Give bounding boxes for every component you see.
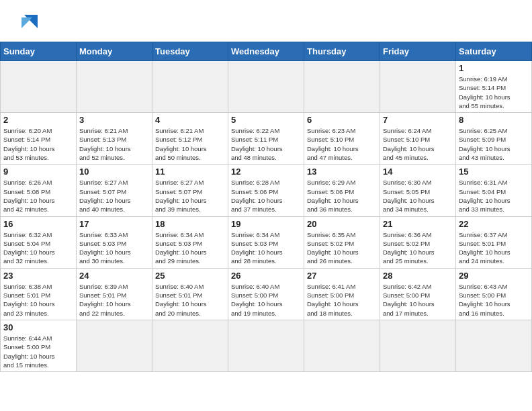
day-info: Sunrise: 6:30 AM Sunset: 5:05 PM Dayligh… <box>383 178 453 214</box>
day-info: Sunrise: 6:27 AM Sunset: 5:07 PM Dayligh… <box>79 178 149 214</box>
day-number: 27 <box>307 271 377 281</box>
day-number: 9 <box>3 167 73 177</box>
day-info: Sunrise: 6:33 AM Sunset: 5:03 PM Dayligh… <box>79 230 149 266</box>
calendar-day-cell <box>77 61 152 113</box>
day-info: Sunrise: 6:31 AM Sunset: 5:04 PM Dayligh… <box>459 178 529 214</box>
calendar-day-cell: 15Sunrise: 6:31 AM Sunset: 5:04 PM Dayli… <box>456 165 532 216</box>
calendar-day-cell: 24Sunrise: 6:39 AM Sunset: 5:01 PM Dayli… <box>77 268 152 320</box>
calendar-week-row: 1Sunrise: 6:19 AM Sunset: 5:14 PM Daylig… <box>1 61 532 113</box>
day-number: 1 <box>459 63 529 73</box>
calendar-table: SundayMondayTuesdayWednesdayThursdayFrid… <box>0 42 532 372</box>
day-number: 22 <box>459 219 529 229</box>
logo <box>16 12 40 34</box>
calendar-day-cell: 5Sunrise: 6:22 AM Sunset: 5:11 PM Daylig… <box>228 113 304 165</box>
day-number: 2 <box>3 115 73 125</box>
weekday-header: Monday <box>77 42 152 61</box>
day-number: 28 <box>383 271 453 281</box>
day-info: Sunrise: 6:44 AM Sunset: 5:00 PM Dayligh… <box>3 334 73 369</box>
day-number: 26 <box>231 271 301 281</box>
weekday-header: Saturday <box>456 42 532 61</box>
calendar-day-cell <box>1 61 77 113</box>
calendar-day-cell: 22Sunrise: 6:37 AM Sunset: 5:01 PM Dayli… <box>456 216 532 268</box>
calendar-day-cell: 28Sunrise: 6:42 AM Sunset: 5:00 PM Dayli… <box>380 268 456 320</box>
calendar-day-cell <box>77 320 152 371</box>
day-number: 24 <box>79 271 149 281</box>
calendar-day-cell <box>380 320 456 371</box>
day-number: 16 <box>3 219 73 229</box>
day-number: 12 <box>231 167 301 177</box>
calendar-day-cell: 19Sunrise: 6:34 AM Sunset: 5:03 PM Dayli… <box>228 216 304 268</box>
calendar-day-cell: 7Sunrise: 6:24 AM Sunset: 5:10 PM Daylig… <box>380 113 456 165</box>
day-number: 7 <box>383 115 453 125</box>
calendar-day-cell: 12Sunrise: 6:28 AM Sunset: 5:06 PM Dayli… <box>228 165 304 216</box>
day-info: Sunrise: 6:36 AM Sunset: 5:02 PM Dayligh… <box>383 230 453 266</box>
calendar-day-cell: 16Sunrise: 6:32 AM Sunset: 5:04 PM Dayli… <box>1 216 77 268</box>
day-number: 14 <box>383 167 453 177</box>
day-info: Sunrise: 6:25 AM Sunset: 5:09 PM Dayligh… <box>459 126 529 162</box>
day-info: Sunrise: 6:39 AM Sunset: 5:01 PM Dayligh… <box>79 282 149 318</box>
day-info: Sunrise: 6:21 AM Sunset: 5:13 PM Dayligh… <box>79 126 149 162</box>
day-number: 25 <box>155 271 225 281</box>
calendar-day-cell: 6Sunrise: 6:23 AM Sunset: 5:10 PM Daylig… <box>304 113 380 165</box>
day-info: Sunrise: 6:28 AM Sunset: 5:06 PM Dayligh… <box>231 178 301 214</box>
day-number: 5 <box>231 115 301 125</box>
weekday-header: Wednesday <box>228 42 304 61</box>
day-number: 17 <box>79 219 149 229</box>
day-number: 6 <box>307 115 377 125</box>
calendar-week-row: 16Sunrise: 6:32 AM Sunset: 5:04 PM Dayli… <box>1 216 532 268</box>
calendar-day-cell <box>152 320 228 371</box>
day-number: 29 <box>459 271 529 281</box>
day-number: 3 <box>79 115 149 125</box>
day-number: 8 <box>459 115 529 125</box>
calendar-week-row: 2Sunrise: 6:20 AM Sunset: 5:14 PM Daylig… <box>1 113 532 165</box>
day-info: Sunrise: 6:37 AM Sunset: 5:01 PM Dayligh… <box>459 230 529 266</box>
weekday-header: Tuesday <box>152 42 228 61</box>
calendar-week-row: 23Sunrise: 6:38 AM Sunset: 5:01 PM Dayli… <box>1 268 532 320</box>
day-info: Sunrise: 6:32 AM Sunset: 5:04 PM Dayligh… <box>3 230 73 266</box>
calendar-day-cell: 8Sunrise: 6:25 AM Sunset: 5:09 PM Daylig… <box>456 113 532 165</box>
calendar-day-cell <box>228 320 304 371</box>
day-number: 11 <box>155 167 225 177</box>
day-info: Sunrise: 6:40 AM Sunset: 5:01 PM Dayligh… <box>155 282 225 318</box>
day-info: Sunrise: 6:22 AM Sunset: 5:11 PM Dayligh… <box>231 126 301 162</box>
day-number: 30 <box>3 322 73 332</box>
weekday-header-row: SundayMondayTuesdayWednesdayThursdayFrid… <box>1 42 532 61</box>
day-number: 10 <box>79 167 149 177</box>
day-number: 4 <box>155 115 225 125</box>
header <box>0 0 532 39</box>
calendar-day-cell: 4Sunrise: 6:21 AM Sunset: 5:12 PM Daylig… <box>152 113 228 165</box>
weekday-header: Thursday <box>304 42 380 61</box>
day-info: Sunrise: 6:34 AM Sunset: 5:03 PM Dayligh… <box>231 230 301 266</box>
weekday-header: Sunday <box>1 42 77 61</box>
calendar-day-cell: 14Sunrise: 6:30 AM Sunset: 5:05 PM Dayli… <box>380 165 456 216</box>
logo-icon <box>19 12 40 31</box>
day-info: Sunrise: 6:21 AM Sunset: 5:12 PM Dayligh… <box>155 126 225 162</box>
day-info: Sunrise: 6:27 AM Sunset: 5:07 PM Dayligh… <box>155 178 225 214</box>
day-info: Sunrise: 6:34 AM Sunset: 5:03 PM Dayligh… <box>155 230 225 266</box>
calendar-day-cell: 20Sunrise: 6:35 AM Sunset: 5:02 PM Dayli… <box>304 216 380 268</box>
day-number: 18 <box>155 219 225 229</box>
calendar-week-row: 30Sunrise: 6:44 AM Sunset: 5:00 PM Dayli… <box>1 320 532 371</box>
day-number: 23 <box>3 271 73 281</box>
calendar-day-cell <box>152 61 228 113</box>
day-info: Sunrise: 6:29 AM Sunset: 5:06 PM Dayligh… <box>307 178 377 214</box>
calendar-day-cell: 30Sunrise: 6:44 AM Sunset: 5:00 PM Dayli… <box>1 320 77 371</box>
calendar-day-cell: 11Sunrise: 6:27 AM Sunset: 5:07 PM Dayli… <box>152 165 228 216</box>
day-info: Sunrise: 6:24 AM Sunset: 5:10 PM Dayligh… <box>383 126 453 162</box>
calendar-day-cell: 3Sunrise: 6:21 AM Sunset: 5:13 PM Daylig… <box>77 113 152 165</box>
page: SundayMondayTuesdayWednesdayThursdayFrid… <box>0 0 532 372</box>
calendar-day-cell: 27Sunrise: 6:41 AM Sunset: 5:00 PM Dayli… <box>304 268 380 320</box>
calendar-day-cell: 17Sunrise: 6:33 AM Sunset: 5:03 PM Dayli… <box>77 216 152 268</box>
calendar-day-cell <box>304 320 380 371</box>
day-info: Sunrise: 6:41 AM Sunset: 5:00 PM Dayligh… <box>307 282 377 318</box>
day-number: 13 <box>307 167 377 177</box>
calendar-day-cell: 13Sunrise: 6:29 AM Sunset: 5:06 PM Dayli… <box>304 165 380 216</box>
day-info: Sunrise: 6:20 AM Sunset: 5:14 PM Dayligh… <box>3 126 73 162</box>
calendar-day-cell <box>380 61 456 113</box>
day-info: Sunrise: 6:23 AM Sunset: 5:10 PM Dayligh… <box>307 126 377 162</box>
day-info: Sunrise: 6:42 AM Sunset: 5:00 PM Dayligh… <box>383 282 453 318</box>
calendar-day-cell: 18Sunrise: 6:34 AM Sunset: 5:03 PM Dayli… <box>152 216 228 268</box>
calendar-day-cell: 21Sunrise: 6:36 AM Sunset: 5:02 PM Dayli… <box>380 216 456 268</box>
day-number: 20 <box>307 219 377 229</box>
calendar-day-cell <box>456 320 532 371</box>
